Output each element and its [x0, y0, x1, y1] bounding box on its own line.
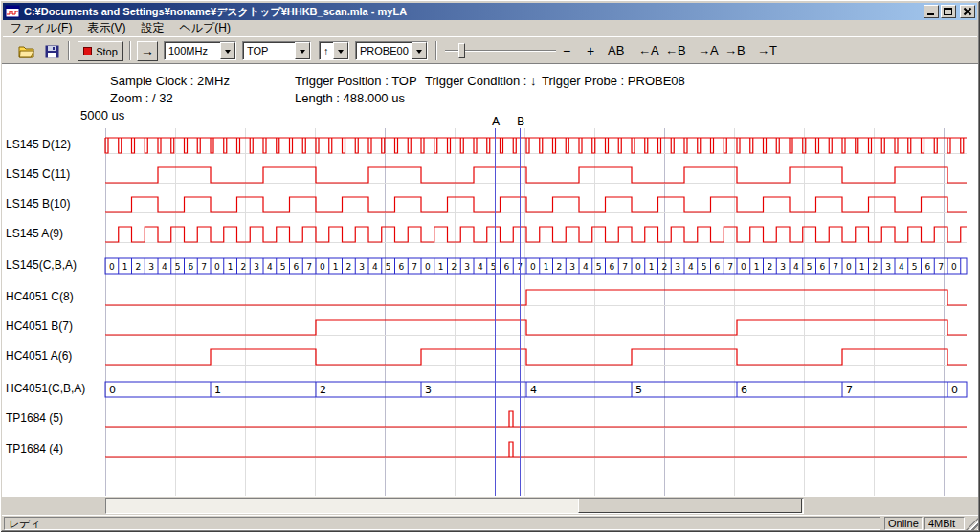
menu-bar: ファイル(F) 表示(V) 設定 ヘルプ(H) — [3, 20, 977, 36]
chevron-down-icon[interactable] — [333, 42, 348, 59]
chevron-down-icon[interactable] — [295, 42, 310, 59]
zoom-slider[interactable] — [445, 41, 556, 60]
run-button[interactable]: → — [137, 41, 158, 61]
maximize-icon — [944, 8, 952, 15]
title-bar: C:¥Documents and Settings¥noname¥デスクトップ¥… — [3, 3, 977, 20]
zoom-out-button[interactable]: − — [563, 43, 570, 58]
stop-icon — [83, 47, 92, 55]
trigger-position-value: TOP — [243, 42, 295, 59]
goto-marker-b-left-button[interactable]: ←B — [665, 43, 686, 57]
triangle-icon — [416, 50, 422, 56]
menu-file[interactable]: ファイル(F) — [3, 19, 79, 37]
stop-label: Stop — [96, 46, 118, 57]
sample-clock-info: Sample Clock : 2MHz — [110, 74, 230, 88]
floppy-disk-icon — [45, 45, 59, 58]
goto-marker-b-right-button[interactable]: →B — [724, 43, 746, 57]
menu-view[interactable]: 表示(V) — [79, 19, 133, 37]
triangle-icon — [300, 50, 305, 56]
app-window: C:¥Documents and Settings¥noname¥デスクトップ¥… — [0, 0, 980, 532]
maximize-button[interactable] — [941, 5, 956, 18]
horizontal-scrollbar[interactable] — [105, 498, 804, 514]
scrollbar-strip — [2, 497, 978, 515]
menu-help[interactable]: ヘルプ(H) — [171, 19, 238, 37]
folder-open-icon — [18, 45, 35, 58]
trigger-condition-info: Trigger Condition : ↓ — [425, 74, 537, 88]
scrollbar-thumb[interactable] — [578, 499, 802, 513]
goto-marker-a-right-button[interactable]: →A — [698, 43, 719, 57]
chevron-down-icon[interactable] — [220, 42, 235, 59]
chevron-down-icon[interactable] — [412, 42, 427, 59]
trigger-position-select[interactable]: TOP — [242, 41, 311, 60]
sample-clock-select[interactable]: 100MHz — [164, 41, 236, 60]
minimize-button[interactable] — [924, 5, 939, 18]
status-online: Online — [884, 517, 923, 530]
status-message: レディ — [4, 517, 880, 530]
trigger-probe-info: Trigger Probe : PROBE08 — [542, 74, 685, 88]
toolbar: Stop → 100MHz TOP ↑ PROBE00 − + AB ←A ←B — [3, 36, 977, 63]
close-icon — [963, 7, 972, 16]
save-button[interactable] — [41, 42, 62, 60]
triangle-icon — [338, 50, 344, 56]
minimize-icon — [927, 13, 934, 15]
trigger-position-info: Trigger Position : TOP — [295, 74, 417, 88]
status-bar: レディ Online 4MBit — [2, 515, 978, 530]
goto-marker-a-left-button[interactable]: ←A — [638, 43, 659, 57]
triangle-icon — [225, 50, 231, 56]
menu-settings[interactable]: 設定 — [133, 19, 171, 37]
sample-clock-value: 100MHz — [165, 42, 220, 59]
trigger-edge-select[interactable]: ↑ — [319, 41, 349, 60]
zoom-in-button[interactable]: + — [587, 43, 594, 58]
close-button[interactable] — [960, 5, 975, 18]
slider-thumb[interactable] — [458, 43, 465, 58]
zoom-info: Zoom : / 32 — [110, 91, 173, 105]
app-icon[interactable] — [5, 4, 20, 19]
toolbar-separator — [435, 41, 437, 60]
window-title: C:¥Documents and Settings¥noname¥デスクトップ¥… — [24, 5, 922, 19]
ab-measure-button[interactable]: AB — [608, 43, 624, 57]
waveform-area[interactable] — [105, 128, 967, 496]
toolbar-separator — [129, 41, 131, 60]
open-file-button[interactable] — [16, 42, 37, 60]
goto-trigger-button[interactable]: →T — [757, 43, 777, 57]
trigger-probe-select[interactable]: PROBE00 — [355, 41, 428, 60]
resize-grip[interactable] — [966, 518, 978, 530]
status-memory: 4MBit — [924, 517, 965, 530]
trigger-probe-value: PROBE00 — [356, 42, 412, 59]
time-division-label: 5000 us — [80, 108, 124, 122]
stop-button[interactable]: Stop — [78, 41, 123, 61]
length-info: Length : 488.000 us — [295, 91, 405, 105]
toolbar-separator — [68, 41, 70, 60]
trigger-edge-value: ↑ — [320, 42, 333, 59]
